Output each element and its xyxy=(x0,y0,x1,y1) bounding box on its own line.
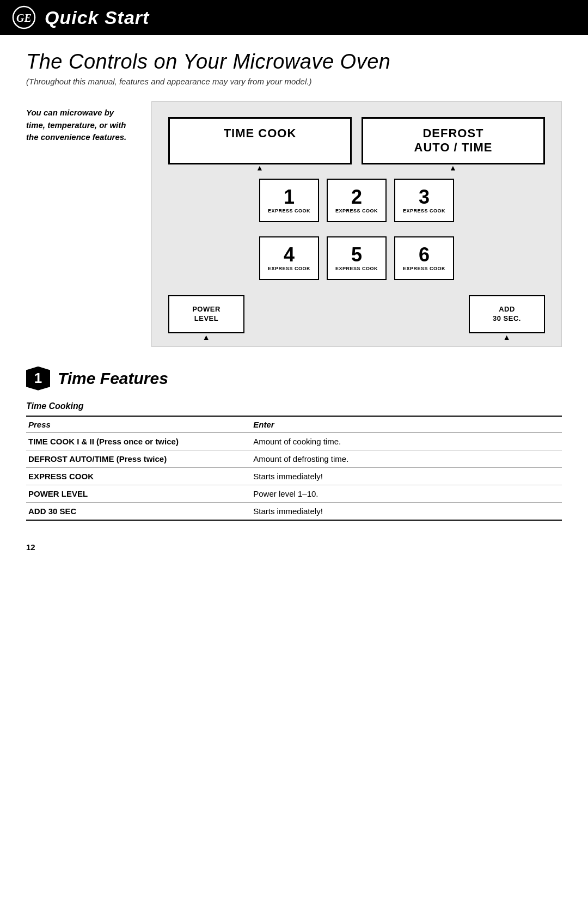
table-cell-press-2: EXPRESS COOK xyxy=(26,467,251,485)
table-cell-press-1: DEFROST AUTO/TIME (Press twice) xyxy=(26,450,251,467)
table-header-enter: Enter xyxy=(251,416,562,433)
page-number: 12 xyxy=(26,542,562,552)
button-6-label: EXPRESS COOK xyxy=(403,266,445,271)
button-5-label: EXPRESS COOK xyxy=(335,266,378,271)
main-title: The Controls on Your Microwave Oven xyxy=(26,50,562,74)
time-cook-button[interactable]: TIME COOK xyxy=(168,117,352,164)
bottom-buttons-row: POWER LEVEL ADD 30 SEC. xyxy=(168,295,545,333)
add30-line2: 30 SEC. xyxy=(493,314,521,324)
button-5[interactable]: 5 EXPRESS COOK xyxy=(327,236,387,280)
add30-line1: ADD xyxy=(499,305,515,314)
power-level-button[interactable]: POWER LEVEL xyxy=(168,295,244,333)
add-30-sec-button[interactable]: ADD 30 SEC. xyxy=(469,295,545,333)
page-content: The Controls on Your Microwave Oven (Thr… xyxy=(0,35,588,574)
defrost-auto-time-button[interactable]: DEFROST AUTO / TIME xyxy=(362,117,545,164)
power-level-line1: POWER xyxy=(192,305,220,314)
button-5-number: 5 xyxy=(351,245,362,265)
table-cell-enter-2: Starts immediately! xyxy=(251,467,562,485)
table-cell-enter-4: Starts immediately! xyxy=(251,502,562,520)
control-panel: TIME COOK DEFROST AUTO / TIME 1 EXPRESS … xyxy=(151,101,562,347)
table-row: TIME COOK I & II (Press once or twice)Am… xyxy=(26,432,562,450)
numbers-row-1: 1 EXPRESS COOK 2 EXPRESS COOK 3 EXPRESS … xyxy=(168,179,545,222)
table-header-press: Press xyxy=(26,416,251,433)
table-row: DEFROST AUTO/TIME (Press twice)Amount of… xyxy=(26,450,562,467)
table-row: ADD 30 SECStarts immediately! xyxy=(26,502,562,520)
logo-icon: GE xyxy=(11,4,37,30)
button-1-label: EXPRESS COOK xyxy=(268,208,310,213)
button-3-label: EXPRESS COOK xyxy=(403,208,445,213)
header-bar: GE Quick Start xyxy=(0,0,588,35)
subtitle: (Throughout this manual, features and ap… xyxy=(26,77,562,86)
section-number-1: 1 xyxy=(26,367,50,391)
button-6-number: 6 xyxy=(419,245,430,265)
button-4[interactable]: 4 EXPRESS COOK xyxy=(259,236,319,280)
button-4-number: 4 xyxy=(284,245,295,265)
table-cell-press-3: POWER LEVEL xyxy=(26,485,251,502)
subsection-time-cooking: Time Cooking xyxy=(26,401,562,411)
button-3[interactable]: 3 EXPRESS COOK xyxy=(394,179,454,222)
button-4-label: EXPRESS COOK xyxy=(268,266,310,271)
section-1-heading: 1 Time Features xyxy=(26,367,562,391)
table-cell-enter-3: Power level 1–10. xyxy=(251,485,562,502)
controls-description: You can microwave by time, temperature, … xyxy=(26,101,135,347)
table-cell-press-0: TIME COOK I & II (Press once or twice) xyxy=(26,432,251,450)
table-row: EXPRESS COOKStarts immediately! xyxy=(26,467,562,485)
table-cell-press-4: ADD 30 SEC xyxy=(26,502,251,520)
svg-text:GE: GE xyxy=(16,12,32,24)
table-cell-enter-1: Amount of defrosting time. xyxy=(251,450,562,467)
top-buttons-row: TIME COOK DEFROST AUTO / TIME xyxy=(168,117,545,164)
section-title-1: Time Features xyxy=(58,369,168,388)
button-2-number: 2 xyxy=(351,187,362,207)
power-level-line2: LEVEL xyxy=(194,314,218,324)
button-3-number: 3 xyxy=(419,187,430,207)
button-1[interactable]: 1 EXPRESS COOK xyxy=(259,179,319,222)
button-2-label: EXPRESS COOK xyxy=(335,208,378,213)
button-2[interactable]: 2 EXPRESS COOK xyxy=(327,179,387,222)
numbers-row-2: 4 EXPRESS COOK 5 EXPRESS COOK 6 EXPRESS … xyxy=(168,236,545,280)
table-cell-enter-0: Amount of cooking time. xyxy=(251,432,562,450)
feature-table: Press Enter TIME COOK I & II (Press once… xyxy=(26,416,562,521)
button-6[interactable]: 6 EXPRESS COOK xyxy=(394,236,454,280)
table-row: POWER LEVELPower level 1–10. xyxy=(26,485,562,502)
spacer xyxy=(254,295,459,333)
controls-section: You can microwave by time, temperature, … xyxy=(26,101,562,347)
button-1-number: 1 xyxy=(284,187,295,207)
header-title: Quick Start xyxy=(45,7,149,28)
